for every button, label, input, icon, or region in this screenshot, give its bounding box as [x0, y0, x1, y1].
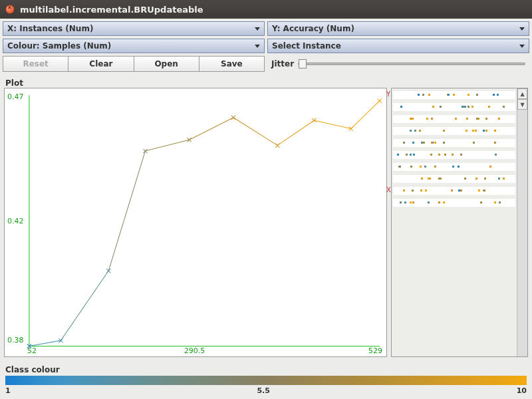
attribute-strip[interactable]: Y: [393, 91, 515, 99]
window-title: multilabel.incremental.BRUpdateable: [20, 5, 203, 15]
open-button[interactable]: Open: [134, 56, 200, 72]
scroll-up-icon[interactable]: ▲: [517, 88, 527, 99]
y-axis-selector[interactable]: Y: Accuracy (Num): [267, 21, 529, 36]
svg-line-8: [277, 120, 314, 146]
plot-area[interactable]: 0.47 0.42 0.38 52 290.5 529: [4, 88, 387, 357]
scrollbar[interactable]: ▲ ▼: [517, 88, 527, 356]
reset-button: Reset: [3, 56, 68, 72]
colour-selector[interactable]: Colour: Samples (Num): [3, 39, 265, 53]
svg-line-7: [233, 118, 277, 146]
attribute-strip[interactable]: [393, 175, 515, 183]
svg-line-3: [61, 271, 108, 340]
y-tick: 0.38: [7, 336, 24, 344]
x-tick: 52: [27, 346, 37, 355]
attribute-panel: YX ▲ ▼: [391, 88, 528, 357]
attribute-strip[interactable]: [393, 103, 515, 111]
x-tick: 290.5: [184, 346, 205, 355]
strip-axis-label: X: [386, 186, 391, 194]
instance-selector[interactable]: Select Instance: [267, 39, 529, 53]
x-tick: 529: [368, 346, 382, 355]
jitter-label: Jitter: [271, 59, 294, 68]
svg-line-2: [29, 340, 61, 346]
chevron-down-icon: [519, 27, 525, 31]
plot-section-label: Plot: [0, 74, 532, 88]
svg-line-4: [108, 151, 145, 271]
clear-button[interactable]: Clear: [68, 56, 134, 72]
instance-selector-label: Select Instance: [272, 41, 341, 51]
titlebar: multilabel.incremental.BRUpdateable: [0, 0, 532, 19]
jitter-slider[interactable]: [298, 63, 525, 65]
y-tick: 0.47: [7, 92, 24, 101]
gradient-min: 1: [5, 386, 11, 395]
chevron-down-icon: [519, 45, 525, 48]
x-axis-selector-label: X: Instances (Num): [7, 24, 93, 33]
x-axis-selector[interactable]: X: Instances (Num): [3, 21, 265, 36]
save-button[interactable]: Save: [200, 56, 265, 72]
attribute-strip[interactable]: [393, 163, 515, 171]
attribute-strip[interactable]: [393, 127, 515, 135]
class-colour-label: Class colour: [0, 361, 532, 376]
svg-line-10: [351, 101, 380, 129]
attribute-strip[interactable]: [393, 199, 515, 207]
attribute-strip[interactable]: X: [393, 187, 515, 195]
chevron-down-icon: [255, 45, 260, 48]
svg-line-5: [145, 140, 189, 151]
slider-thumb[interactable]: [299, 59, 307, 68]
strip-axis-label: Y: [386, 90, 390, 98]
line-chart: [5, 88, 386, 361]
y-axis-selector-label: Y: Accuracy (Num): [272, 24, 354, 33]
chevron-down-icon: [255, 27, 260, 31]
svg-line-9: [314, 120, 350, 129]
gradient-mid: 5.5: [257, 386, 270, 395]
y-tick: 0.42: [7, 217, 24, 225]
attribute-strip[interactable]: [393, 139, 515, 147]
gradient-max: 10: [517, 386, 527, 395]
attribute-strip[interactable]: [393, 115, 515, 123]
colour-selector-label: Colour: Samples (Num): [7, 41, 111, 51]
class-colour-gradient: [5, 376, 527, 385]
close-icon[interactable]: [5, 5, 15, 14]
scroll-down-icon[interactable]: ▼: [517, 99, 527, 110]
svg-line-6: [190, 118, 233, 140]
attribute-strip[interactable]: [393, 151, 515, 159]
